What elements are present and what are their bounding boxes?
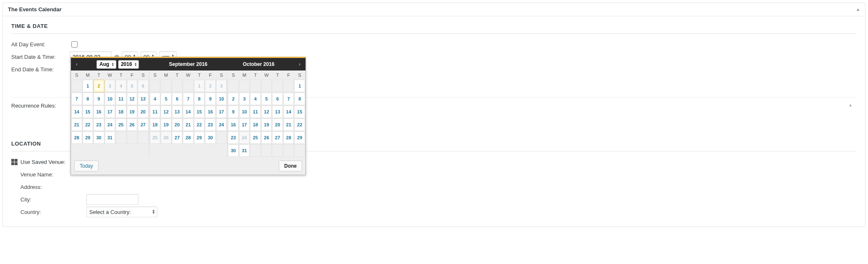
- calendar-day[interactable]: 23: [228, 131, 239, 144]
- all-day-checkbox[interactable]: [71, 41, 78, 48]
- calendar-day[interactable]: 27: [272, 131, 283, 144]
- calendar-day[interactable]: 26: [161, 131, 172, 144]
- calendar-day[interactable]: 11: [116, 93, 126, 105]
- calendar-day[interactable]: 1: [83, 80, 93, 92]
- calendar-day[interactable]: 3: [105, 80, 116, 92]
- next-month-button[interactable]: ›: [294, 58, 305, 70]
- calendar-day[interactable]: 24: [239, 131, 250, 144]
- calendar-day[interactable]: 8: [194, 93, 205, 105]
- calendar-day[interactable]: 9: [93, 93, 104, 105]
- calendar-day[interactable]: 6: [138, 80, 149, 92]
- calendar-day[interactable]: 29: [83, 131, 93, 144]
- collapse-icon[interactable]: ▲: [856, 7, 860, 12]
- calendar-day[interactable]: 7: [71, 93, 82, 105]
- calendar-day[interactable]: 9: [205, 93, 216, 105]
- calendar-day[interactable]: 19: [261, 118, 272, 131]
- calendar-day[interactable]: 21: [283, 118, 294, 131]
- calendar-day[interactable]: 3: [216, 80, 227, 92]
- calendar-day[interactable]: 13: [138, 93, 149, 105]
- calendar-day[interactable]: 21: [183, 118, 194, 131]
- calendar-day[interactable]: 25: [116, 118, 126, 131]
- calendar-day[interactable]: 5: [261, 93, 272, 105]
- calendar-day[interactable]: 20: [138, 106, 149, 118]
- calendar-day[interactable]: 16: [205, 106, 216, 118]
- calendar-day[interactable]: 13: [272, 106, 283, 118]
- calendar-day[interactable]: 19: [127, 106, 138, 118]
- calendar-day[interactable]: 5: [161, 93, 172, 105]
- calendar-day[interactable]: 23: [93, 118, 104, 131]
- calendar-day[interactable]: 5: [127, 80, 138, 92]
- calendar-day[interactable]: 26: [261, 131, 272, 144]
- calendar-day[interactable]: 10: [105, 93, 116, 105]
- city-input[interactable]: [86, 194, 139, 205]
- calendar-day[interactable]: 22: [294, 118, 305, 131]
- calendar-day[interactable]: 10: [216, 93, 227, 105]
- calendar-day[interactable]: 4: [116, 80, 126, 92]
- prev-month-button[interactable]: ‹: [71, 58, 83, 70]
- calendar-day[interactable]: 24: [105, 118, 116, 131]
- calendar-day[interactable]: 28: [283, 131, 294, 144]
- calendar-day[interactable]: 28: [183, 131, 194, 144]
- calendar-day[interactable]: 25: [150, 131, 161, 144]
- calendar-day[interactable]: 11: [150, 106, 161, 118]
- calendar-day[interactable]: 26: [127, 118, 138, 131]
- calendar-day[interactable]: 17: [216, 106, 227, 118]
- calendar-day[interactable]: 17: [239, 118, 250, 131]
- calendar-day[interactable]: 21: [71, 118, 82, 131]
- calendar-day[interactable]: 14: [183, 106, 194, 118]
- calendar-day[interactable]: 8: [294, 93, 305, 105]
- calendar-day[interactable]: 30: [93, 131, 104, 144]
- calendar-day[interactable]: 14: [71, 106, 82, 118]
- calendar-day[interactable]: 16: [93, 106, 104, 118]
- calendar-day[interactable]: 1: [194, 80, 205, 92]
- calendar-day[interactable]: 4: [150, 93, 161, 105]
- calendar-day[interactable]: 24: [216, 118, 227, 131]
- chevron-up-icon[interactable]: ▲: [848, 103, 857, 109]
- calendar-day[interactable]: 18: [116, 106, 126, 118]
- calendar-day[interactable]: 30: [228, 144, 239, 157]
- calendar-day[interactable]: 7: [283, 93, 294, 105]
- calendar-day[interactable]: 12: [261, 106, 272, 118]
- calendar-day[interactable]: 27: [138, 118, 149, 131]
- done-button[interactable]: Done: [279, 161, 302, 171]
- calendar-day[interactable]: 2: [93, 80, 104, 92]
- month-select[interactable]: Aug ▲▼: [96, 60, 116, 69]
- calendar-day[interactable]: 6: [172, 93, 183, 105]
- calendar-day[interactable]: 27: [172, 131, 183, 144]
- calendar-day[interactable]: 3: [239, 93, 250, 105]
- calendar-day[interactable]: 10: [239, 106, 250, 118]
- calendar-day[interactable]: 4: [250, 93, 261, 105]
- calendar-day[interactable]: 28: [71, 131, 82, 144]
- calendar-day[interactable]: 19: [161, 118, 172, 131]
- calendar-day[interactable]: 20: [272, 118, 283, 131]
- calendar-day[interactable]: 16: [228, 118, 239, 131]
- calendar-day[interactable]: 14: [283, 106, 294, 118]
- calendar-day[interactable]: 23: [205, 118, 216, 131]
- country-select[interactable]: Select a Country: ▲▼: [86, 206, 157, 217]
- calendar-day[interactable]: 12: [127, 93, 138, 105]
- calendar-day[interactable]: 25: [250, 131, 261, 144]
- calendar-day[interactable]: 1: [294, 80, 305, 92]
- calendar-day[interactable]: 18: [250, 118, 261, 131]
- calendar-day[interactable]: 15: [194, 106, 205, 118]
- today-button[interactable]: Today: [74, 161, 98, 171]
- calendar-day[interactable]: 30: [205, 131, 216, 144]
- calendar-day[interactable]: 12: [161, 106, 172, 118]
- calendar-day[interactable]: 7: [183, 93, 194, 105]
- calendar-day[interactable]: 11: [250, 106, 261, 118]
- grid-icon[interactable]: [11, 159, 18, 165]
- calendar-day[interactable]: 15: [294, 106, 305, 118]
- calendar-day[interactable]: 29: [194, 131, 205, 144]
- calendar-day[interactable]: 2: [228, 93, 239, 105]
- calendar-day[interactable]: 2: [205, 80, 216, 92]
- calendar-day[interactable]: 31: [239, 144, 250, 157]
- calendar-day[interactable]: 17: [105, 106, 116, 118]
- calendar-day[interactable]: 31: [105, 131, 116, 144]
- calendar-day[interactable]: 29: [294, 131, 305, 144]
- calendar-day[interactable]: 22: [83, 118, 93, 131]
- calendar-day[interactable]: 8: [83, 93, 93, 105]
- calendar-day[interactable]: 18: [150, 118, 161, 131]
- year-select[interactable]: 2016 ▲▼: [118, 60, 139, 69]
- calendar-day[interactable]: 6: [272, 93, 283, 105]
- calendar-day[interactable]: 15: [83, 106, 93, 118]
